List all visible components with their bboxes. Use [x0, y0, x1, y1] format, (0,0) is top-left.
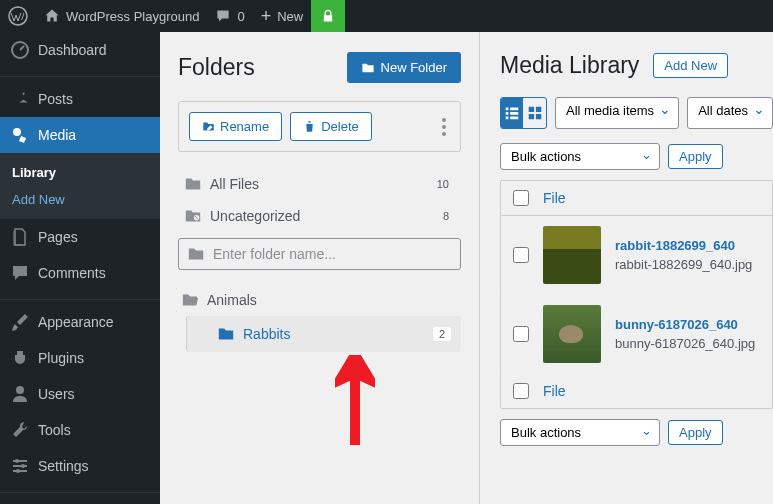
- trash-icon: [303, 120, 316, 133]
- svg-point-3: [16, 386, 24, 394]
- menu-plugins[interactable]: Plugins: [0, 340, 160, 376]
- media-row: bunny-6187026_640 bunny-6187026_640.jpg: [501, 295, 772, 374]
- folder-rabbits[interactable]: Rabbits 2: [186, 316, 461, 352]
- media-filename: bunny-6187026_640.jpg: [615, 336, 760, 351]
- folder-uncategorized[interactable]: Uncategorized 8: [178, 200, 461, 232]
- users-icon: [10, 384, 30, 404]
- svg-point-4: [15, 459, 19, 463]
- submenu-library[interactable]: Library: [0, 159, 160, 186]
- menu-appearance[interactable]: Appearance: [0, 304, 160, 340]
- date-filter[interactable]: All dates: [687, 97, 773, 129]
- submenu-add-new[interactable]: Add New: [0, 186, 160, 213]
- lock-indicator[interactable]: [311, 0, 345, 32]
- wp-logo[interactable]: [0, 0, 36, 32]
- folders-title: Folders: [178, 54, 255, 81]
- add-new-media-button[interactable]: Add New: [653, 53, 728, 78]
- sliders-icon: [10, 456, 30, 476]
- site-link[interactable]: WordPress Playground: [36, 0, 207, 32]
- new-content-link[interactable]: + New: [253, 0, 312, 32]
- media-thumbnail[interactable]: [543, 305, 601, 363]
- bulk-actions-select-bottom[interactable]: Bulk actions: [500, 419, 660, 446]
- brush-icon: [10, 312, 30, 332]
- menu-comments[interactable]: Comments: [0, 255, 160, 291]
- folder-open-icon: [181, 291, 199, 309]
- file-column-header[interactable]: File: [543, 190, 566, 206]
- row-checkbox[interactable]: [513, 247, 529, 263]
- media-title-link[interactable]: bunny-6187026_640: [615, 317, 760, 332]
- apply-button-top[interactable]: Apply: [668, 144, 723, 169]
- svg-point-2: [13, 128, 21, 136]
- menu-posts[interactable]: Posts: [0, 81, 160, 117]
- view-toggle: [500, 97, 547, 129]
- media-thumbnail[interactable]: [543, 226, 601, 284]
- pages-icon: [10, 227, 30, 247]
- menu-users[interactable]: Users: [0, 376, 160, 412]
- site-title: WordPress Playground: [66, 9, 199, 24]
- lock-icon: [321, 9, 335, 23]
- bulk-actions-select-top[interactable]: Bulk actions: [500, 143, 660, 170]
- select-all-top[interactable]: [513, 190, 529, 206]
- media-type-filter[interactable]: All media items: [555, 97, 679, 129]
- view-list-button[interactable]: [501, 98, 523, 128]
- delete-button[interactable]: Delete: [290, 112, 372, 141]
- folder-search-input[interactable]: Enter folder name...: [178, 238, 461, 270]
- folder-icon: [217, 325, 235, 343]
- row-checkbox[interactable]: [513, 326, 529, 342]
- comments-count: 0: [237, 9, 244, 24]
- menu-media[interactable]: Media: [0, 117, 160, 153]
- new-label: New: [277, 9, 303, 24]
- dashboard-icon: [10, 40, 30, 60]
- pin-icon: [10, 89, 30, 109]
- folder-icon: [184, 175, 202, 193]
- view-grid-button[interactable]: [523, 98, 545, 128]
- apply-button-bottom[interactable]: Apply: [668, 420, 723, 445]
- grid-icon: [526, 104, 544, 122]
- menu-settings[interactable]: Settings: [0, 448, 160, 484]
- media-library-title: Media Library: [500, 52, 639, 79]
- folder-block-icon: [184, 207, 202, 225]
- media-icon: [10, 125, 30, 145]
- folder-animals[interactable]: Animals: [178, 284, 461, 316]
- svg-point-5: [21, 464, 25, 468]
- select-all-bottom[interactable]: [513, 383, 529, 399]
- more-actions-button[interactable]: [438, 114, 450, 140]
- menu-pages[interactable]: Pages: [0, 219, 160, 255]
- folder-all-files[interactable]: All Files 10: [178, 168, 461, 200]
- menu-dashboard[interactable]: Dashboard: [0, 32, 160, 68]
- wrench-icon: [10, 420, 30, 440]
- folder-search-icon: [187, 245, 205, 263]
- media-row: rabbit-1882699_640 rabbit-1882699_640.jp…: [501, 216, 772, 295]
- collapse-menu[interactable]: Collapse menu: [0, 497, 160, 504]
- rename-button[interactable]: Rename: [189, 112, 282, 141]
- edit-icon: [202, 120, 215, 133]
- comments-link[interactable]: 0: [207, 0, 252, 32]
- file-column-footer[interactable]: File: [543, 383, 566, 399]
- folder-plus-icon: [361, 61, 375, 75]
- comments-icon: [10, 263, 30, 283]
- new-folder-button[interactable]: New Folder: [347, 52, 461, 83]
- menu-tools[interactable]: Tools: [0, 412, 160, 448]
- media-title-link[interactable]: rabbit-1882699_640: [615, 238, 760, 253]
- plug-icon: [10, 348, 30, 368]
- media-filename: rabbit-1882699_640.jpg: [615, 257, 760, 272]
- svg-point-6: [16, 469, 20, 473]
- list-icon: [503, 104, 521, 122]
